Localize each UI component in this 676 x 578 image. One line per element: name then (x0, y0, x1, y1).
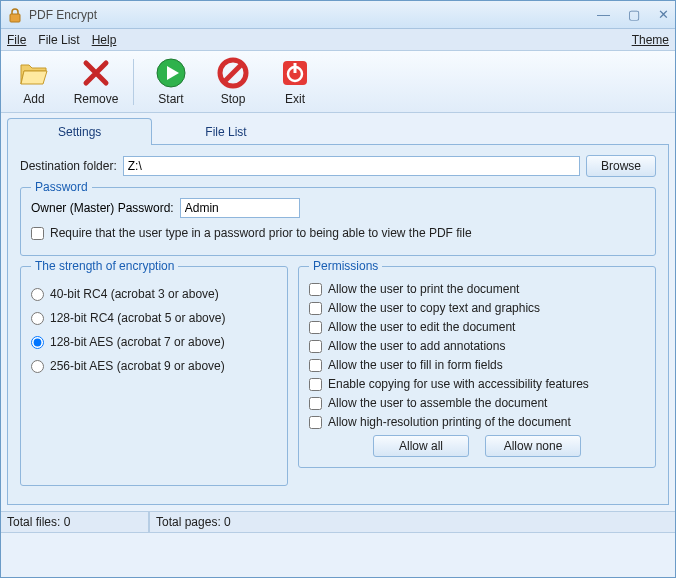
password-group: Password Owner (Master) Password: Requir… (20, 187, 656, 256)
window-controls: — ▢ ✕ (597, 7, 669, 22)
encryption-option-label: 256-bit AES (acrobat 9 or above) (50, 359, 225, 373)
menu-file[interactable]: File (7, 33, 26, 47)
permission-label: Enable copying for use with accessibilit… (328, 377, 589, 391)
permission-label: Allow the user to assemble the document (328, 396, 547, 410)
remove-button[interactable]: Remove (67, 54, 125, 110)
play-icon (155, 57, 187, 89)
destination-input[interactable] (123, 156, 580, 176)
permission-label: Allow high-resolution printing of the do… (328, 415, 571, 429)
allow-all-button[interactable]: Allow all (373, 435, 469, 457)
menu-theme[interactable]: Theme (632, 33, 669, 47)
encryption-radio-0[interactable] (31, 288, 44, 301)
power-icon (279, 57, 311, 89)
stop-button[interactable]: Stop (204, 54, 262, 110)
tab-bar: Settings File List (1, 119, 675, 145)
close-button[interactable]: ✕ (658, 7, 669, 22)
browse-button[interactable]: Browse (586, 155, 656, 177)
permission-checkbox-3[interactable] (309, 340, 322, 353)
owner-password-input[interactable] (180, 198, 300, 218)
encryption-option-label: 128-bit AES (acrobat 7 or above) (50, 335, 225, 349)
permission-label: Allow the user to add annotations (328, 339, 505, 353)
app-icon (7, 7, 23, 23)
permission-checkbox-0[interactable] (309, 283, 322, 296)
tab-file-list[interactable]: File List (154, 118, 297, 145)
encryption-radio-2[interactable] (31, 336, 44, 349)
svg-rect-0 (10, 14, 20, 22)
permission-checkbox-5[interactable] (309, 378, 322, 391)
encryption-option-label: 128-bit RC4 (acrobat 5 or above) (50, 311, 225, 325)
require-view-password-checkbox[interactable] (31, 227, 44, 240)
tab-settings[interactable]: Settings (7, 118, 152, 145)
menubar: File File List Help Theme (1, 29, 675, 51)
owner-password-label: Owner (Master) Password: (31, 201, 174, 215)
maximize-button[interactable]: ▢ (628, 7, 640, 22)
permission-checkbox-4[interactable] (309, 359, 322, 372)
permission-checkbox-7[interactable] (309, 416, 322, 429)
status-bar: Total files: 0 Total pages: 0 (1, 511, 675, 533)
status-total-files: Total files: 0 (1, 512, 149, 533)
window-title: PDF Encrypt (29, 8, 597, 22)
settings-panel: Destination folder: Browse Password Owne… (7, 145, 669, 505)
menu-help[interactable]: Help (92, 33, 117, 47)
minimize-button[interactable]: — (597, 7, 610, 22)
titlebar: PDF Encrypt — ▢ ✕ (1, 1, 675, 29)
permission-checkbox-1[interactable] (309, 302, 322, 315)
permission-label: Allow the user to edit the document (328, 320, 515, 334)
add-button[interactable]: Add (5, 54, 63, 110)
destination-label: Destination folder: (20, 159, 117, 173)
require-view-password-label: Require that the user type in a password… (50, 226, 472, 240)
encryption-legend: The strength of encryption (31, 259, 178, 273)
menu-file-list[interactable]: File List (38, 33, 79, 47)
permission-label: Allow the user to print the document (328, 282, 519, 296)
exit-button[interactable]: Exit (266, 54, 324, 110)
start-button[interactable]: Start (142, 54, 200, 110)
permission-label: Allow the user to copy text and graphics (328, 301, 540, 315)
encryption-option-label: 40-bit RC4 (acrobat 3 or above) (50, 287, 219, 301)
toolbar-separator (133, 59, 134, 105)
allow-none-button[interactable]: Allow none (485, 435, 581, 457)
encryption-group: The strength of encryption 40-bit RC4 (a… (20, 266, 288, 486)
permissions-group: Permissions Allow the user to print the … (298, 266, 656, 468)
permission-checkbox-6[interactable] (309, 397, 322, 410)
svg-line-3 (224, 64, 242, 82)
permission-checkbox-2[interactable] (309, 321, 322, 334)
toolbar: Add Remove Start Stop Exit (1, 51, 675, 113)
permission-label: Allow the user to fill in form fields (328, 358, 503, 372)
encryption-radio-1[interactable] (31, 312, 44, 325)
password-legend: Password (31, 180, 92, 194)
delete-x-icon (80, 57, 112, 89)
permissions-legend: Permissions (309, 259, 382, 273)
encryption-radio-3[interactable] (31, 360, 44, 373)
folder-open-icon (18, 57, 50, 89)
stop-prohibit-icon (217, 57, 249, 89)
status-total-pages: Total pages: 0 (149, 512, 675, 533)
